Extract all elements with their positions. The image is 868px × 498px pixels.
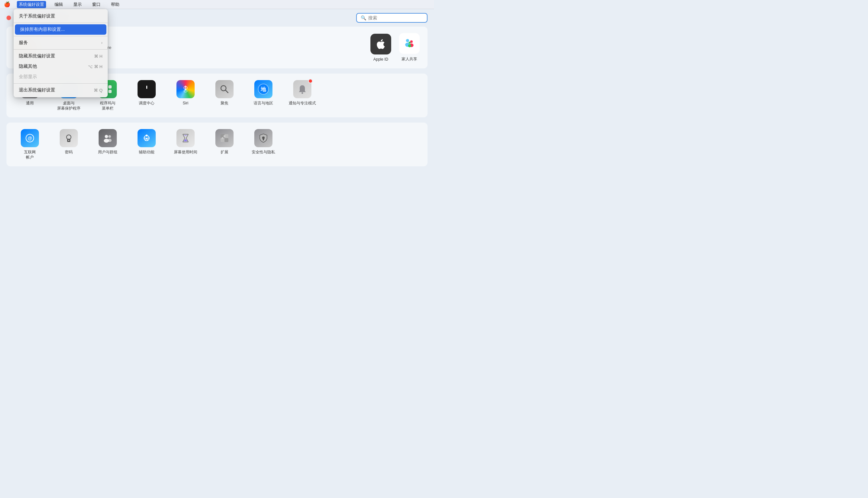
menu-hideothers-label: 隐藏其他	[19, 64, 37, 69]
menu-separator-4	[14, 83, 108, 84]
menubar-window[interactable]: 窗口	[90, 1, 103, 8]
menu-quit-label: 退出系统偏好设置	[19, 87, 55, 93]
menu-separator-1	[14, 23, 108, 23]
menubar-help[interactable]: 帮助	[109, 1, 121, 8]
menu-about[interactable]: 关于系统偏好设置	[14, 11, 108, 22]
menu-services-arrow: ›	[101, 40, 103, 45]
menu-hide-shortcut: ⌘ H	[94, 54, 103, 59]
menu-services[interactable]: 服务 ›	[14, 38, 108, 48]
dropdown-menu: 关于系统偏好设置 抹掉所有内容和设置... 服务 › 隐藏系统偏好设置 ⌘ H …	[14, 9, 108, 97]
menu-separator-2	[14, 36, 108, 36]
menu-services-label: 服务	[19, 40, 28, 46]
menubar-system-prefs[interactable]: 系统偏好设置	[17, 1, 46, 8]
menu-hideothers[interactable]: 隐藏其他 ⌥ ⌘ H	[14, 61, 108, 71]
menu-about-label: 关于系统偏好设置	[19, 13, 55, 19]
menu-separator-3	[14, 49, 108, 50]
menu-quit-shortcut: ⌘ Q	[94, 88, 103, 93]
menu-erase[interactable]: 抹掉所有内容和设置...	[15, 24, 106, 35]
menubar-edit[interactable]: 编辑	[53, 1, 65, 8]
dropdown-overlay: 关于系统偏好设置 抹掉所有内容和设置... 服务 › 隐藏系统偏好设置 ⌘ H …	[0, 9, 434, 249]
menu-erase-label: 抹掉所有内容和设置...	[20, 27, 65, 32]
apple-menu-icon[interactable]: 🍎	[4, 1, 10, 8]
menu-showall: 全部显示	[14, 71, 108, 82]
menu-quit[interactable]: 退出系统偏好设置 ⌘ Q	[14, 85, 108, 95]
menu-hide-label: 隐藏系统偏好设置	[19, 53, 55, 59]
menu-hide[interactable]: 隐藏系统偏好设置 ⌘ H	[14, 51, 108, 61]
menu-showall-label: 全部显示	[19, 74, 37, 80]
menubar-display[interactable]: 显示	[72, 1, 84, 8]
menubar: 🍎 系统偏好设置 编辑 显示 窗口 帮助	[0, 0, 434, 9]
menu-hideothers-shortcut: ⌥ ⌘ H	[88, 64, 103, 69]
